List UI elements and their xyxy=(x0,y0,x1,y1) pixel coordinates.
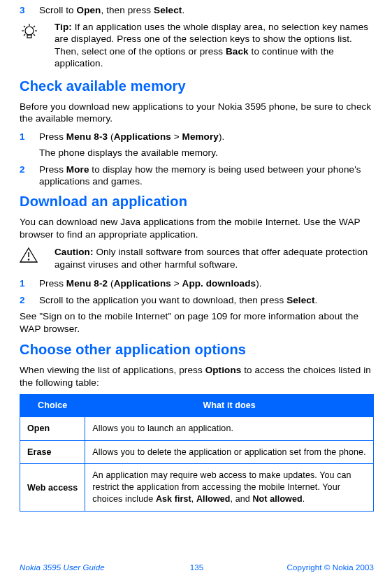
bold-menu: Menu 8-3 xyxy=(66,131,108,142)
download-intro: You can download new Java applications f… xyxy=(20,216,374,240)
text: ). xyxy=(219,131,224,142)
caution-block: Caution: Only install software from sour… xyxy=(20,246,374,270)
text: When viewing the list of applications, p… xyxy=(20,365,205,375)
bold-select: Select xyxy=(154,5,182,15)
step-number: 2 xyxy=(20,164,39,188)
text: Press xyxy=(39,164,66,175)
col-what-it-does: What it does xyxy=(85,395,374,416)
step-body: Scroll to Open, then press Select. xyxy=(39,4,374,17)
svg-rect-8 xyxy=(27,35,31,38)
options-table: Choice What it does Open Allows you to l… xyxy=(20,394,374,512)
caution-text: Caution: Only install software from sour… xyxy=(50,246,374,270)
step-3: 3 Scroll to Open, then press Select. xyxy=(20,4,374,17)
step-number: 2 xyxy=(20,294,39,307)
text: , and xyxy=(231,494,253,504)
text: , then press xyxy=(101,5,154,15)
text: > xyxy=(171,278,182,289)
text: Scroll to the application you want to do… xyxy=(39,295,286,305)
options-intro: When viewing the list of applications, p… xyxy=(20,364,374,389)
bold-ask-first: Ask first xyxy=(156,494,191,504)
step-number: 3 xyxy=(20,4,39,17)
text: ( xyxy=(108,131,113,142)
memory-step-1: 1 Press Menu 8-3 (Applications > Memory)… xyxy=(20,131,374,159)
text: ( xyxy=(108,278,113,289)
bold-options: Options xyxy=(205,365,242,375)
caution-label: Caution: xyxy=(55,247,94,257)
heading-download: Download an application xyxy=(20,192,374,210)
bold-allowed: Allowed xyxy=(196,494,231,504)
col-choice: Choice xyxy=(20,395,85,416)
bold-memory: Memory xyxy=(182,131,219,142)
desc-erase: Allows you to delete the application or … xyxy=(85,440,374,464)
download-outro: See "Sign on to the mobile Internet" on … xyxy=(20,310,374,335)
page-footer: Nokia 3595 User Guide 135 Copyright © No… xyxy=(20,563,374,573)
step-number: 1 xyxy=(20,277,39,290)
bold-select: Select xyxy=(286,295,314,305)
tip-label: Tip: xyxy=(55,22,72,32)
step-body: Press Menu 8-3 (Applications > Memory). … xyxy=(39,131,374,159)
bold-applications: Applications xyxy=(114,278,171,289)
text: Press xyxy=(39,278,66,289)
text: . xyxy=(315,295,318,305)
warning-icon xyxy=(20,246,50,270)
step-body: Press More to display how the memory is … xyxy=(39,164,374,188)
choice-web-access: Web access xyxy=(20,464,85,512)
bold-not-allowed: Not allowed xyxy=(252,494,302,504)
desc-open: Allows you to launch an application. xyxy=(85,416,374,440)
text: Press xyxy=(39,131,66,142)
text: , xyxy=(191,494,196,504)
tip-block: Tip: If an application uses the whole di… xyxy=(20,21,374,70)
footer-page-number: 135 xyxy=(190,563,204,573)
bold-menu: Menu 8-2 xyxy=(66,278,108,289)
footer-guide-name: Nokia 3595 User Guide xyxy=(20,563,105,573)
text: Only install software from sources that … xyxy=(55,247,368,270)
svg-line-6 xyxy=(24,34,25,36)
svg-line-3 xyxy=(34,26,35,27)
svg-point-0 xyxy=(25,27,34,35)
tip-text: Tip: If an application uses the whole di… xyxy=(50,21,374,70)
table-row: Erase Allows you to delete the applicati… xyxy=(20,440,374,464)
text: . xyxy=(182,5,184,15)
download-step-1: 1 Press Menu 8-2 (Applications > App. do… xyxy=(20,277,374,290)
svg-line-2 xyxy=(24,26,25,27)
footer-copyright: Copyright © Nokia 2003 xyxy=(287,563,374,573)
text: ). xyxy=(256,278,261,289)
desc-web-access: An application may require web access to… xyxy=(85,464,374,512)
step-body: Press Menu 8-2 (Applications > App. down… xyxy=(39,277,374,290)
bold-more: More xyxy=(66,164,89,175)
memory-step-2: 2 Press More to display how the memory i… xyxy=(20,164,374,188)
bold-open: Open xyxy=(77,5,101,15)
download-step-2: 2 Scroll to the application you want to … xyxy=(20,294,374,307)
svg-line-7 xyxy=(34,34,35,36)
svg-point-11 xyxy=(28,259,29,260)
bold-app-downloads: App. downloads xyxy=(182,278,256,289)
bold-back: Back xyxy=(226,46,249,57)
text: Scroll to xyxy=(39,5,77,15)
choice-erase: Erase xyxy=(20,440,85,464)
step-body: Scroll to the application you want to do… xyxy=(39,294,374,307)
table-row: Web access An application may require we… xyxy=(20,464,374,512)
step-substep: The phone displays the available memory. xyxy=(39,147,374,159)
table-header-row: Choice What it does xyxy=(20,395,374,416)
lightbulb-icon xyxy=(20,21,50,70)
choice-open: Open xyxy=(20,416,85,440)
heading-options: Choose other application options xyxy=(20,340,374,358)
bold-applications: Applications xyxy=(114,131,171,142)
text: . xyxy=(303,494,305,504)
heading-check-memory: Check available memory xyxy=(20,77,374,95)
table-row: Open Allows you to launch an application… xyxy=(20,416,374,440)
step-number: 1 xyxy=(20,131,39,159)
text: > xyxy=(171,131,182,142)
memory-intro: Before you download new applications to … xyxy=(20,101,374,125)
